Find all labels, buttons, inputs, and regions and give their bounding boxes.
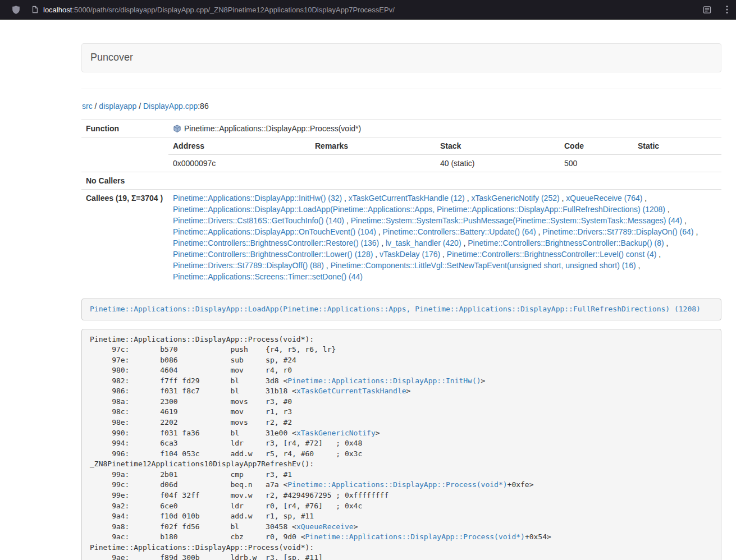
no-callers-cell [168, 172, 721, 189]
code-symbol-link[interactable]: Pinetime::Applications::DisplayApp::Proc… [287, 480, 507, 489]
function-row: Function Pinetime::Applications::Display… [81, 120, 721, 137]
callee-separator: , [373, 250, 380, 259]
site-info-page-icon[interactable] [31, 6, 39, 13]
url-host: localhost [43, 6, 72, 14]
code-text: > [481, 377, 486, 385]
callee-link[interactable]: xTaskGenericNotify (252) [471, 194, 559, 203]
callee-link[interactable]: Pinetime::Drivers::St7789::DisplayOff() … [173, 261, 324, 270]
code-text: > [354, 522, 358, 531]
app-title: Puncover [90, 51, 133, 65]
stats-column-code: Code [560, 137, 633, 155]
callee-link[interactable]: lv_task_handler (420) [386, 238, 461, 247]
stats-value-stack: 40 (static) [436, 154, 560, 172]
code-text: Pinetime::Applications::DisplayApp::Proc… [90, 335, 314, 343]
app-header-panel: Puncover [81, 43, 721, 72]
code-text: 990: f031 fa36 bl 31e00 < [90, 429, 296, 437]
code-text: 99a: 2b01 cmp r3, #1 [90, 470, 292, 479]
code-text: 99e: f04f 32ff mov.w r2, #4294967295 ; 0… [90, 491, 388, 499]
callee-link[interactable]: Pinetime::System::SystemTask::PushMessag… [351, 216, 683, 225]
code-text: _ZN8Pinetime12Applications10DisplayApp7R… [90, 460, 314, 468]
code-symbol-link[interactable]: xTaskGenericNotify [296, 429, 376, 437]
callee-separator: , [665, 205, 670, 214]
code-text: 97e: b086 sub sp, #24 [90, 356, 296, 364]
divider [81, 89, 721, 89]
symbol-table: Function Pinetime::Applications::Display… [81, 120, 721, 285]
toolbar-right-icons [703, 5, 728, 14]
callee-separator: , [461, 238, 468, 247]
page-actions-menu-icon[interactable] [726, 5, 728, 14]
breadcrumb-link[interactable]: displayapp [99, 102, 136, 111]
breadcrumb: src / displayapp / DisplayApp.cpp:86 [82, 101, 721, 112]
callee-link[interactable]: Pinetime::Applications::DisplayApp::OnTo… [173, 227, 376, 236]
code-text: 98c: 4619 mov r1, r3 [90, 407, 292, 416]
code-text: 986: f031 f8c7 bl 31b18 < [90, 387, 296, 395]
code-text: 996: f104 053c add.w r5, r4, #60 ; 0x3c [90, 449, 362, 458]
callee-link[interactable]: Pinetime::Controllers::BrightnessControl… [447, 250, 656, 259]
callee-separator: , [376, 227, 383, 236]
breadcrumb-separator: / [136, 102, 143, 111]
callee-link[interactable]: Pinetime::Applications::DisplayApp::Init… [173, 194, 342, 203]
stats-value-static [633, 154, 721, 172]
code-text: +0xfe> [508, 480, 534, 489]
code-text: 9ac: b180 cbz r0, 9d0 < [90, 533, 305, 541]
function-icon [173, 125, 181, 133]
breadcrumb-link[interactable]: DisplayApp.cpp [143, 102, 198, 111]
callee-link[interactable]: xTaskGetCurrentTaskHandle (12) [349, 194, 465, 203]
no-callers-row: No Callers [81, 172, 721, 189]
code-text: 98a: 2300 movs r3, #0 [90, 397, 292, 406]
function-cell: Pinetime::Applications::DisplayApp::Proc… [168, 120, 721, 137]
function-row-label: Function [81, 120, 168, 137]
code-text: 97c: b570 push {r4, r5, r6, lr} [90, 345, 336, 354]
stats-column-remarks: Remarks [310, 137, 436, 155]
callee-link[interactable]: Pinetime::Controllers::BrightnessControl… [173, 238, 379, 247]
stats-value-row: 0x0000097c40 (static)500 [168, 154, 721, 172]
stats-header-row: AddressRemarksStackCodeStatic [168, 137, 721, 155]
callee-separator: , [636, 261, 641, 270]
callee-separator: , [324, 261, 331, 270]
url-bar[interactable]: localhost:5000/path/src/displayapp/Displ… [43, 0, 703, 20]
stats-value-remarks [310, 154, 436, 172]
callee-separator: , [694, 227, 698, 236]
breadcrumb-link[interactable]: src [82, 102, 93, 111]
stats-cell: AddressRemarksStackCodeStatic 0x0000097c… [168, 137, 721, 172]
stats-column-address: Address [168, 137, 310, 155]
callee-link[interactable]: Pinetime::Applications::Screens::Timer::… [173, 272, 363, 281]
callees-cell: Pinetime::Applications::DisplayApp::Init… [168, 189, 721, 285]
stats-column-stack: Stack [436, 137, 560, 155]
code-text: 982: f7ff fd29 bl 3d8 < [90, 377, 287, 385]
callee-separator: , [656, 250, 661, 259]
code-symbol-link[interactable]: xQueueReceive [296, 522, 354, 531]
stats-row-label [81, 137, 168, 172]
stats-row: AddressRemarksStackCodeStatic 0x0000097c… [81, 137, 721, 172]
code-symbol-link[interactable]: xTaskGetCurrentTaskHandle [296, 387, 406, 395]
highlighted-symbol-link[interactable]: Pinetime::Applications::DisplayApp::Load… [90, 305, 701, 313]
function-name: Pinetime::Applications::DisplayApp::Proc… [184, 124, 361, 133]
code-text: Pinetime::Applications::DisplayApp::Proc… [90, 543, 314, 552]
callee-link[interactable]: xQueueReceive (764) [566, 194, 642, 203]
code-text: 99c: d06d beq.n a7a < [90, 480, 287, 489]
callee-separator: , [440, 250, 447, 259]
callee-link[interactable]: Pinetime::Applications::DisplayApp::Load… [173, 205, 665, 214]
callee-link[interactable]: Pinetime::Controllers::BrightnessControl… [173, 250, 373, 259]
callee-link[interactable]: Pinetime::Controllers::Battery::Update()… [383, 227, 536, 236]
callees-row: Callees (19, Σ=3704 ) Pinetime::Applicat… [81, 189, 721, 285]
reader-mode-icon[interactable] [703, 6, 711, 14]
code-text: 9a8: f02f fd56 bl 30458 < [90, 522, 296, 531]
code-symbol-link[interactable]: Pinetime::Applications::DisplayApp::Proc… [305, 533, 525, 541]
callee-separator: , [642, 194, 647, 203]
callee-link[interactable]: vTaskDelay (176) [380, 250, 440, 259]
callee-separator: , [379, 238, 386, 247]
callee-link[interactable]: Pinetime::Controllers::BrightnessControl… [468, 238, 664, 247]
url-path: :5000/path/src/displayapp/DisplayApp.cpp… [72, 6, 395, 14]
code-text: > [376, 429, 380, 437]
callee-link[interactable]: Pinetime::Components::LittleVgl::SetNewT… [331, 261, 636, 270]
stats-value-code: 500 [560, 154, 633, 172]
tracking-protection-shield-icon[interactable] [11, 5, 21, 15]
callee-link[interactable]: Pinetime::Drivers::St7789::DisplayOn() (… [542, 227, 693, 236]
code-symbol-link[interactable]: Pinetime::Applications::DisplayApp::Init… [287, 377, 481, 385]
stats-table: AddressRemarksStackCodeStatic 0x0000097c… [168, 137, 721, 172]
callee-link[interactable]: Pinetime::Drivers::Cst816S::GetTouchInfo… [173, 216, 344, 225]
highlighted-symbol-box: Pinetime::Applications::DisplayApp::Load… [81, 299, 721, 320]
stats-value-address: 0x0000097c [168, 154, 310, 172]
code-text: 9a2: 6ce0 ldr r0, [r4, #76] ; 0x4c [90, 502, 362, 510]
